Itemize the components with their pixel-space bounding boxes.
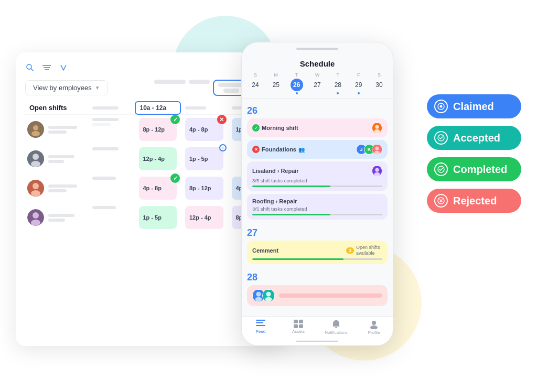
filter-icon[interactable] <box>42 63 51 72</box>
svg-point-27 <box>256 291 261 296</box>
x-icon: ✕ <box>252 146 260 153</box>
svg-rect-34 <box>256 325 265 326</box>
row-2-col-1 <box>88 144 135 173</box>
card-title: ✓ Morning shift <box>252 124 298 132</box>
placeholder <box>92 206 116 209</box>
shift-pill: 12p - 4p <box>185 206 223 229</box>
svg-point-10 <box>31 161 40 167</box>
cal-day-4[interactable]: T 28 <box>331 72 344 94</box>
status-badge-claimed[interactable]: Claimed <box>427 94 521 118</box>
placeholder <box>92 177 116 180</box>
cal-num: 27 <box>311 79 324 91</box>
date-section-26: 26 ✓ Morning shift <box>247 103 388 222</box>
card-avatar <box>372 144 382 155</box>
shift-time: 1p - 5p <box>143 214 173 221</box>
card-top: ✕ Foundations 👥 J K <box>252 144 382 155</box>
cal-day-1[interactable]: M 25 <box>270 72 282 94</box>
card-top <box>252 289 382 302</box>
date-section-27: 27 Cemment 3 Open shifts available <box>247 225 388 267</box>
date-section-28: 28 <box>247 270 388 309</box>
svg-rect-37 <box>294 324 298 328</box>
cal-day-0[interactable]: S 24 <box>249 72 262 94</box>
schedule-card-morning[interactable]: ✓ Morning shift <box>247 118 388 137</box>
cal-day-2[interactable]: T 26 <box>291 72 303 94</box>
claimed-icon <box>434 100 448 113</box>
row-3-col-1 <box>88 173 135 203</box>
svg-point-30 <box>266 291 271 296</box>
card-avatar <box>262 289 275 302</box>
view-selector-label: View by employees <box>33 84 92 92</box>
nav-item-assets[interactable]: Assets <box>280 320 317 335</box>
schedule-card-cemment[interactable]: Cemment 3 Open shifts available <box>247 241 388 264</box>
nav-item-notifications[interactable]: Notifications <box>317 320 355 335</box>
row-2-label <box>25 144 88 173</box>
sort-icon[interactable] <box>59 63 68 72</box>
home-notch-bar <box>296 48 338 50</box>
schedule-card-roofing[interactable]: Roofing › Repair 3/5 shift tasks complet… <box>247 194 388 220</box>
schedule-scroll[interactable]: 26 ✓ Morning shift <box>242 99 393 316</box>
check-badge: ✓ <box>170 115 180 124</box>
status-badge-accepted[interactable]: Accepted <box>427 126 521 150</box>
svg-point-24 <box>375 168 379 172</box>
cal-day-6[interactable]: S 30 <box>373 72 385 94</box>
avatar-2 <box>27 150 44 167</box>
progress-fill <box>252 214 330 215</box>
check-icon: ✓ <box>252 124 260 132</box>
shift-pill: 4p - 8p ✕ <box>185 118 223 141</box>
svg-point-12 <box>33 183 39 189</box>
cal-num: 24 <box>249 79 262 91</box>
card-top: ✓ Morning shift <box>252 123 382 133</box>
shift-pill: 1p - 5p <box>139 206 177 229</box>
phone-title: Schedule <box>242 55 393 70</box>
svg-point-22 <box>374 151 380 155</box>
label-line <box>48 155 74 158</box>
view-selector[interactable]: View by employees ▼ <box>25 80 108 95</box>
nav-item-profile[interactable]: Profile <box>355 320 393 335</box>
label-line <box>48 219 65 222</box>
completed-label: Completed <box>453 164 507 176</box>
cal-letter: M <box>274 72 278 78</box>
shift-time: 4p - 8p <box>143 185 173 191</box>
phone-nav: Feed Assets Notificati <box>242 316 393 337</box>
row-3-col-3: 8p - 12p <box>181 173 228 203</box>
shift-pill: 12p - 4p <box>139 147 177 170</box>
card-avatars <box>372 123 382 133</box>
svg-point-13 <box>31 190 40 197</box>
svg-point-9 <box>33 154 39 160</box>
nav-item-feed[interactable]: Feed <box>242 320 280 335</box>
label-line <box>48 160 64 163</box>
status-badge-completed[interactable]: Completed <box>427 157 521 181</box>
completed-icon <box>434 162 448 176</box>
schedule-card-lisaland[interactable]: Lisaland › Repair <box>247 161 388 191</box>
rejected-icon <box>434 194 448 208</box>
schedule-card-foundations[interactable]: ✕ Foundations 👥 J K <box>247 140 388 159</box>
accepted-icon <box>434 131 448 145</box>
status-badge-rejected[interactable]: Rejected <box>427 189 521 213</box>
group-icon: 👥 <box>298 147 305 153</box>
schedule-card-28[interactable] <box>247 285 388 306</box>
row-1-col-1 <box>88 115 135 144</box>
row-4-col-1 <box>88 203 135 232</box>
svg-rect-32 <box>256 320 265 321</box>
schedule-grid: Open shifts 10a - 12a <box>25 101 274 232</box>
card-avatars <box>372 166 382 176</box>
open-shifts-label: Open shifts <box>29 104 67 112</box>
row-2-col-3: 1p - 5p ○ <box>181 144 228 173</box>
svg-point-28 <box>255 297 262 301</box>
placeholder-2 <box>189 80 210 84</box>
cal-num: 30 <box>373 79 385 91</box>
svg-point-7 <box>31 131 40 136</box>
avatar-3 <box>27 180 44 197</box>
progress-text: 3/5 shift tasks completed <box>252 178 307 183</box>
card-title-text: Roofing › Repair <box>252 198 297 204</box>
row-1-label <box>25 115 88 144</box>
check-badge: ✓ <box>170 173 180 183</box>
cal-num: 29 <box>352 79 365 91</box>
placeholder-bar <box>279 293 382 298</box>
placeholder <box>92 118 119 121</box>
card-avatar <box>372 123 382 133</box>
search-icon[interactable] <box>25 63 35 72</box>
date-label-28: 28 <box>247 270 388 285</box>
cal-day-5[interactable]: F 29 <box>352 72 365 94</box>
cal-day-3[interactable]: W 27 <box>311 72 324 94</box>
